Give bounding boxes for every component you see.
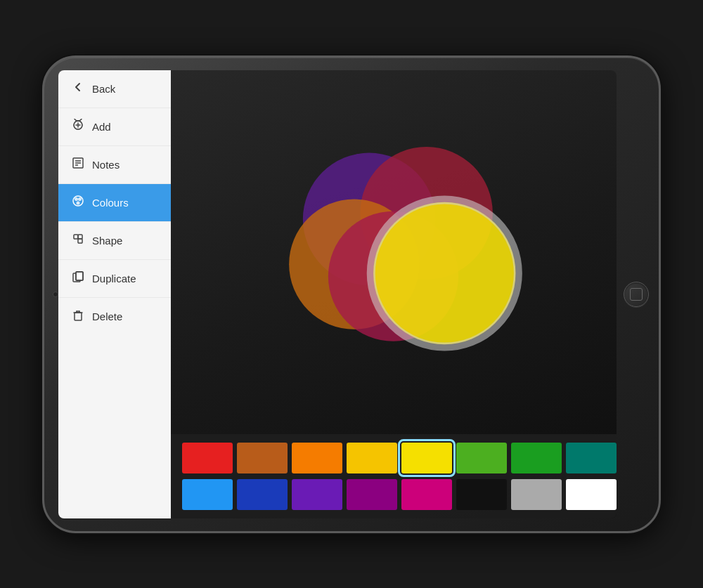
- shape-icon: [71, 233, 85, 248]
- swatch-green[interactable]: [511, 443, 562, 473]
- delete-icon: [71, 309, 85, 325]
- swatch-black[interactable]: [456, 479, 507, 510]
- tablet-shell: Back Add: [42, 55, 661, 533]
- svg-point-8: [78, 197, 82, 201]
- sidebar-item-label: Colours: [92, 197, 129, 209]
- svg-rect-16: [75, 313, 82, 320]
- home-button[interactable]: [624, 282, 649, 307]
- tablet-screen: Back Add: [58, 70, 617, 518]
- swatch-yellow[interactable]: [401, 443, 452, 473]
- sidebar-item-add[interactable]: Add: [58, 108, 171, 146]
- swatch-grey[interactable]: [511, 479, 562, 510]
- color-circles-svg: [273, 126, 526, 379]
- main-canvas: [171, 70, 617, 518]
- swatch-brown[interactable]: [237, 443, 288, 473]
- svg-rect-14: [76, 272, 83, 280]
- duplicate-icon: [71, 270, 85, 286]
- circles-area: [171, 70, 617, 434]
- sidebar-item-label: Shape: [92, 235, 122, 247]
- color-row-2: [182, 479, 617, 510]
- svg-rect-10: [74, 235, 78, 239]
- sidebar-item-label: Notes: [92, 159, 120, 171]
- swatch-purple[interactable]: [292, 479, 342, 510]
- sidebar-item-label: Delete: [92, 311, 122, 322]
- back-icon: [71, 81, 85, 96]
- swatch-amber[interactable]: [347, 443, 397, 473]
- svg-rect-12: [78, 235, 82, 239]
- color-palette: [171, 434, 617, 518]
- sidebar: Back Add: [58, 70, 171, 518]
- sidebar-item-shape[interactable]: Shape: [58, 222, 171, 260]
- notes-icon: [71, 157, 85, 172]
- sidebar-item-label: Add: [92, 121, 111, 133]
- svg-point-9: [77, 202, 80, 205]
- add-icon: [71, 119, 85, 134]
- sidebar-item-label: Duplicate: [92, 273, 136, 285]
- sidebar-item-back[interactable]: Back: [58, 70, 171, 108]
- color-row-1: [182, 443, 617, 473]
- swatch-violet[interactable]: [347, 479, 397, 510]
- camera: [53, 292, 58, 297]
- sidebar-item-delete[interactable]: Delete: [58, 298, 171, 336]
- home-button-inner: [630, 288, 643, 301]
- swatch-magenta[interactable]: [401, 479, 452, 510]
- sidebar-item-notes[interactable]: Notes: [58, 146, 171, 184]
- colours-icon: [71, 195, 85, 210]
- swatch-teal[interactable]: [566, 443, 617, 473]
- swatch-red[interactable]: [182, 443, 233, 473]
- sidebar-item-colours[interactable]: Colours: [58, 184, 171, 222]
- swatch-white[interactable]: [566, 479, 617, 510]
- swatch-orange[interactable]: [292, 443, 342, 473]
- svg-rect-11: [78, 239, 82, 243]
- sidebar-item-duplicate[interactable]: Duplicate: [58, 260, 171, 298]
- svg-point-7: [75, 197, 78, 201]
- swatch-indigo[interactable]: [237, 479, 288, 510]
- swatch-lime[interactable]: [456, 443, 507, 473]
- sidebar-item-label: Back: [92, 83, 115, 95]
- swatch-blue[interactable]: [182, 479, 233, 510]
